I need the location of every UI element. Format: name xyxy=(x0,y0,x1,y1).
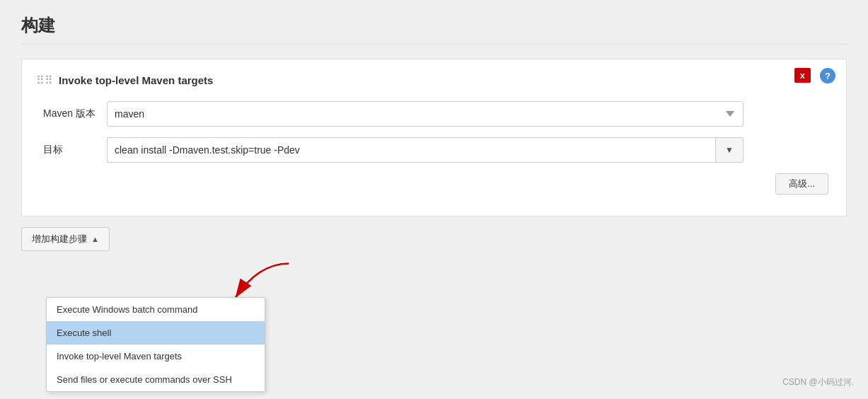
page-container: 构建 ⠿⠿ Invoke top-level Maven targets x ?… xyxy=(0,0,868,399)
target-dropdown-button[interactable]: ▼ xyxy=(715,137,743,163)
advanced-button[interactable]: 高级... xyxy=(775,173,828,195)
target-input-group: ▼ xyxy=(107,137,743,163)
drag-handle-icon: ⠿⠿ xyxy=(36,74,53,87)
target-label: 目标 xyxy=(43,144,107,156)
help-button[interactable]: ? xyxy=(820,68,835,83)
arrow-down-icon: ▼ xyxy=(725,145,734,155)
add-step-label: 增加构建步骤 xyxy=(32,233,87,245)
add-step-dropdown: Execute Windows batch command Execute sh… xyxy=(46,297,265,392)
build-card: ⠿⠿ Invoke top-level Maven targets x ? Ma… xyxy=(21,59,847,216)
maven-version-row: Maven 版本 maven xyxy=(36,101,832,127)
add-step-area: 增加构建步骤 ▲ xyxy=(21,227,847,251)
maven-version-select[interactable]: maven xyxy=(107,101,743,127)
dropdown-item-send-ssh[interactable]: Send files or execute commands over SSH xyxy=(47,368,265,391)
card-title: Invoke top-level Maven targets xyxy=(59,74,213,86)
watermark: CSDN @小码过河. xyxy=(782,376,854,388)
page-title: 构建 xyxy=(21,14,847,45)
close-button[interactable]: x xyxy=(794,68,811,83)
dropdown-item-invoke-maven[interactable]: Invoke top-level Maven targets xyxy=(47,345,265,368)
target-input[interactable] xyxy=(107,137,715,163)
card-header: ⠿⠿ Invoke top-level Maven targets xyxy=(36,74,832,87)
arrow-up-icon: ▲ xyxy=(91,235,99,243)
dropdown-item-windows-batch[interactable]: Execute Windows batch command xyxy=(47,298,265,321)
target-row: 目标 ▼ xyxy=(36,137,832,163)
maven-version-label: Maven 版本 xyxy=(43,108,107,120)
advanced-btn-row: 高级... xyxy=(36,173,832,195)
dropdown-item-execute-shell[interactable]: Execute shell xyxy=(47,321,265,345)
add-step-button[interactable]: 增加构建步骤 ▲ xyxy=(21,227,110,251)
